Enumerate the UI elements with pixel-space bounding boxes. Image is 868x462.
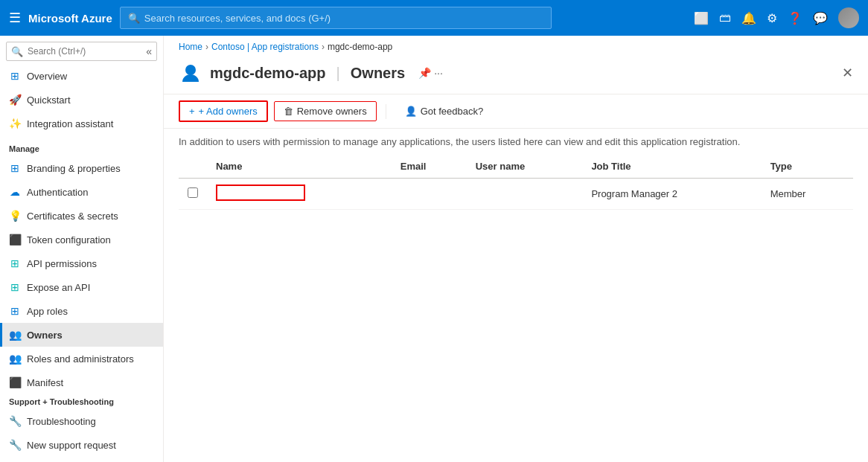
sidebar-item-label: Troubleshooting (27, 416, 96, 427)
sidebar-item-label: App roles (27, 306, 68, 317)
remove-owners-label: Remove owners (297, 106, 367, 117)
breadcrumb-app-reg[interactable]: Contoso | App registrations (211, 42, 319, 52)
integration-icon: ✨ (9, 118, 21, 129)
breadcrumb-home[interactable]: Home (179, 42, 202, 52)
owners-table: Name Email User name Job Title Type (179, 155, 853, 210)
row-checkbox-cell[interactable] (179, 179, 207, 210)
cell-name (207, 179, 392, 210)
sidebar-item-label: Manifest (27, 377, 63, 388)
nav-icon-group: ⬜ 🗃 🔔 ⚙ ❓ 💬 (694, 7, 859, 28)
sidebar-collapse-button[interactable]: « (146, 45, 152, 57)
remove-owners-button[interactable]: 🗑 Remove owners (274, 101, 377, 121)
authentication-icon: ☁ (9, 186, 21, 198)
sidebar-item-expose-api[interactable]: ⊞ Expose an API (0, 275, 163, 299)
new-support-icon: 🔧 (9, 439, 21, 451)
sidebar-item-overview[interactable]: ⊞ Overview (0, 64, 163, 88)
settings-icon[interactable]: ⚙ (767, 11, 777, 25)
main-content: Home › Contoso | App registrations › mgd… (164, 36, 868, 462)
sidebar-item-owners[interactable]: 👥 Owners (0, 323, 163, 347)
sidebar-item-integration[interactable]: ✨ Integration assistant (0, 112, 163, 135)
sidebar-item-label: Overview (27, 71, 67, 82)
sidebar-item-certificates[interactable]: 💡 Certificates & secrets (0, 204, 163, 228)
notifications-icon[interactable]: 🔔 (741, 11, 756, 25)
page-app-name: mgdc-demo-app (210, 65, 326, 82)
table-header-row: Name Email User name Job Title Type (179, 155, 853, 179)
add-owners-button[interactable]: + + Add owners (179, 100, 268, 122)
sidebar-item-label: Expose an API (27, 282, 90, 293)
troubleshooting-icon: 🔧 (9, 415, 21, 427)
support-section-label: Support + Troubleshooting (0, 394, 163, 409)
ellipsis-icon[interactable]: ··· (434, 67, 443, 79)
cloud-shell-icon[interactable]: ⬜ (694, 11, 709, 25)
user-avatar[interactable] (838, 7, 859, 28)
sidebar-item-manifest[interactable]: ⬛ Manifest (0, 370, 163, 394)
page-description: In addition to users with permission to … (164, 129, 868, 155)
page-title-separator: | (336, 65, 340, 82)
manage-section-label: Manage (0, 135, 163, 156)
breadcrumb: Home › Contoso | App registrations › mgd… (164, 36, 868, 58)
search-placeholder-text: Search resources, services, and docs (G+… (144, 13, 331, 24)
close-button[interactable]: ✕ (842, 65, 853, 81)
sidebar-item-label: Owners (27, 330, 63, 341)
global-search[interactable]: 🔍 Search resources, services, and docs (… (120, 7, 552, 29)
app-roles-icon: ⊞ (9, 305, 21, 317)
table-row: Program Manager 2 Member (179, 179, 853, 210)
feedback-icon[interactable]: 💬 (813, 11, 828, 25)
sidebar-item-app-roles[interactable]: ⊞ App roles (0, 299, 163, 323)
azure-logo: Microsoft Azure (28, 12, 112, 25)
sidebar-item-label: Token configuration (27, 234, 111, 246)
page-header: mgdc-demo-app | Owners 📌 ··· ✕ (164, 58, 868, 94)
app-registration-icon (179, 61, 202, 85)
sidebar-item-label: Roles and administrators (27, 353, 134, 365)
feedback-icon: 👤 (405, 106, 417, 117)
owners-table-container: Name Email User name Job Title Type (164, 155, 868, 462)
expose-api-icon: ⊞ (9, 281, 21, 293)
hamburger-menu[interactable]: ☰ (9, 10, 21, 26)
sidebar-item-label: Authentication (27, 187, 88, 198)
sidebar: 🔍 « ⊞ Overview 🚀 Quickstart ✨ Integratio… (0, 36, 164, 462)
roles-admins-icon: 👥 (9, 353, 21, 365)
col-type: Type (762, 155, 853, 179)
breadcrumb-sep-1: › (205, 42, 208, 52)
token-config-icon: ⬛ (9, 234, 21, 246)
directory-icon[interactable]: 🗃 (719, 11, 731, 25)
col-username: User name (467, 155, 583, 179)
sidebar-search-box[interactable]: 🔍 « (6, 42, 157, 61)
top-navbar: ☰ Microsoft Azure 🔍 Search resources, se… (0, 0, 868, 36)
cell-jobtitle: Program Manager 2 (582, 179, 761, 210)
sidebar-item-roles-admins[interactable]: 👥 Roles and administrators (0, 347, 163, 370)
sidebar-item-troubleshooting[interactable]: 🔧 Troubleshooting (0, 409, 163, 433)
name-highlight-box (216, 185, 305, 201)
sidebar-item-label: Integration assistant (27, 118, 113, 129)
col-email: Email (392, 155, 467, 179)
sidebar-item-label: New support request (27, 440, 116, 451)
quickstart-icon: 🚀 (9, 94, 21, 106)
help-icon[interactable]: ❓ (788, 11, 802, 25)
page-app-icon (179, 61, 202, 85)
manifest-icon: ⬛ (9, 376, 21, 388)
certificates-icon: 💡 (9, 210, 21, 222)
owners-icon: 👥 (9, 329, 21, 341)
sidebar-search-icon: 🔍 (11, 46, 23, 57)
pin-icon[interactable]: 📌 (418, 67, 431, 79)
remove-icon: 🗑 (284, 106, 293, 117)
toolbar-divider (386, 104, 386, 119)
sidebar-search-input[interactable] (28, 46, 141, 57)
feedback-button[interactable]: 👤 Got feedback? (395, 101, 494, 121)
page-section-name: Owners (351, 65, 405, 82)
sidebar-item-token-config[interactable]: ⬛ Token configuration (0, 228, 163, 251)
sidebar-item-authentication[interactable]: ☁ Authentication (0, 180, 163, 204)
col-name: Name (207, 155, 392, 179)
sidebar-item-quickstart[interactable]: 🚀 Quickstart (0, 88, 163, 112)
sidebar-item-new-support[interactable]: 🔧 New support request (0, 433, 163, 457)
sidebar-item-label: API permissions (27, 258, 97, 269)
sidebar-item-api-permissions[interactable]: ⊞ API permissions (0, 251, 163, 275)
row-checkbox[interactable] (188, 187, 198, 198)
add-icon: + (189, 106, 195, 117)
breadcrumb-current: mgdc-demo-app (328, 42, 392, 52)
feedback-label: Got feedback? (421, 106, 484, 117)
overview-icon: ⊞ (9, 70, 21, 82)
svg-point-0 (185, 65, 196, 75)
search-icon: 🔍 (128, 13, 140, 24)
sidebar-item-branding[interactable]: ⊞ Branding & properties (0, 156, 163, 180)
